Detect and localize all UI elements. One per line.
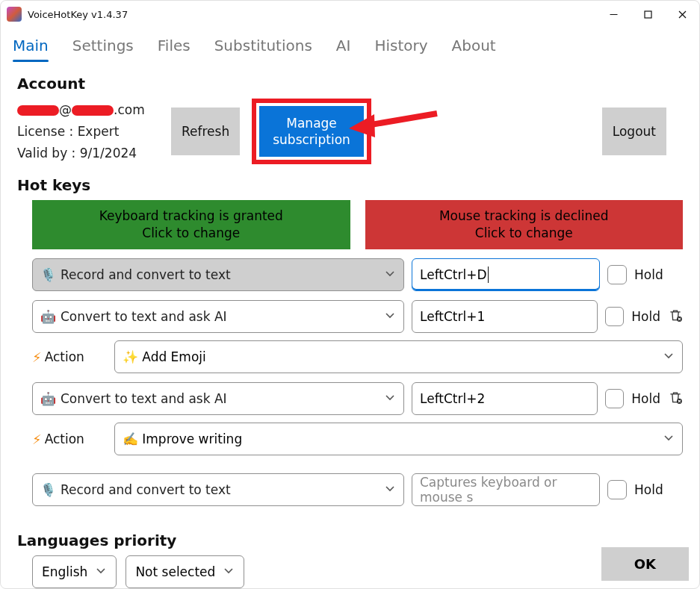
minimize-button[interactable]: [596, 1, 631, 28]
hotkey-key-input[interactable]: LeftCtrl+1: [412, 300, 598, 333]
chevron-down-icon: [384, 309, 396, 324]
hold-label: Hold: [634, 482, 663, 497]
hold-label: Hold: [631, 309, 660, 324]
text-caret: [488, 267, 489, 283]
tab-substitutions[interactable]: Substitutions: [214, 34, 312, 62]
hold-checkbox[interactable]: [607, 265, 627, 284]
tab-ai[interactable]: AI: [336, 34, 351, 62]
hold-checkbox[interactable]: [605, 307, 625, 326]
action-select[interactable]: ✍️ Improve writing: [114, 423, 683, 455]
hotkey-row: 🤖Convert to text and ask AI LeftCtrl+2 H…: [32, 382, 683, 415]
tab-history[interactable]: History: [374, 34, 427, 62]
delete-hotkey-button[interactable]: [668, 390, 683, 408]
chevron-down-icon: [663, 431, 675, 446]
hotkey-action-row: ⚡Action ✍️ Improve writing: [32, 423, 683, 455]
languages-section: Languages priority English Not selected: [1, 520, 699, 588]
account-email: @.com: [17, 99, 159, 121]
account-info: @.com License : Expert Valid by : 9/1/20…: [17, 99, 159, 164]
hotkey-key-input[interactable]: LeftCtrl+2: [412, 382, 598, 415]
keyboard-tracking-bar[interactable]: Keyboard tracking is granted Click to ch…: [32, 200, 350, 249]
mic-icon: 🎙️: [40, 482, 56, 497]
trash-icon: [668, 308, 683, 322]
chevron-down-icon: [95, 564, 107, 579]
hold-checkbox[interactable]: [605, 389, 625, 408]
chevron-down-icon: [384, 391, 396, 406]
robot-icon: 🤖: [40, 309, 56, 324]
hotkey-mode-select[interactable]: 🤖Convert to text and ask AI: [32, 300, 404, 333]
bolt-icon: ⚡: [32, 349, 42, 365]
action-label: ⚡Action: [32, 431, 84, 447]
hotkeys-section: Hot keys Keyboard tracking is granted Cl…: [1, 164, 699, 506]
hold-label: Hold: [631, 391, 660, 406]
languages-row: English Not selected: [17, 555, 683, 588]
delete-hotkey-button[interactable]: [668, 308, 683, 325]
tab-about[interactable]: About: [452, 34, 496, 62]
account-title: Account: [17, 75, 683, 93]
robot-icon: 🤖: [40, 391, 56, 406]
writing-icon: ✍️: [123, 431, 138, 446]
mic-icon: 🎙️: [40, 267, 56, 282]
tab-main[interactable]: Main: [13, 34, 49, 62]
hotkey-row: 🤖Convert to text and ask AI LeftCtrl+1 H…: [32, 300, 683, 333]
tracking-bars: Keyboard tracking is granted Click to ch…: [32, 200, 683, 249]
action-label: ⚡Action: [32, 349, 84, 365]
bolt-icon: ⚡: [32, 431, 42, 447]
maximize-icon: [644, 10, 652, 19]
hotkey-key-input[interactable]: Captures keyboard or mouse s: [412, 473, 600, 506]
tab-settings[interactable]: Settings: [72, 34, 134, 62]
svg-line-4: [367, 113, 437, 125]
sparkle-icon: ✨: [123, 349, 138, 364]
app-icon: [7, 7, 22, 22]
language-primary-select[interactable]: English: [32, 555, 117, 588]
mouse-tracking-bar[interactable]: Mouse tracking is declined Click to chan…: [365, 200, 684, 249]
hotkey-mode-select[interactable]: 🤖Convert to text and ask AI: [32, 382, 404, 415]
manage-line1: Manage: [286, 116, 337, 131]
ok-button[interactable]: OK: [601, 547, 689, 581]
hotkey-key-input[interactable]: LeftCtrl+D: [412, 258, 600, 291]
window-buttons: [596, 1, 699, 28]
action-select[interactable]: ✨ Add Emoji: [114, 340, 683, 373]
hotkey-row: 🎙️Record and convert to text LeftCtrl+D …: [32, 258, 683, 291]
hotkey-row: 🎙️Record and convert to text Captures ke…: [32, 473, 683, 506]
account-valid: Valid by : 9/1/2024: [17, 143, 159, 164]
hotkeys-title: Hot keys: [17, 176, 683, 194]
hotkey-mode-select[interactable]: 🎙️Record and convert to text: [32, 258, 404, 291]
chevron-down-icon: [384, 482, 396, 497]
hold-label: Hold: [634, 267, 663, 282]
manage-line2: subscription: [273, 132, 350, 147]
hotkey-action-row: ⚡Action ✨ Add Emoji: [32, 340, 683, 373]
redacted-email-user: [17, 105, 59, 116]
tab-files[interactable]: Files: [158, 34, 191, 62]
trash-icon: [668, 390, 683, 405]
redacted-email-domain: [72, 105, 114, 116]
account-row: @.com License : Expert Valid by : 9/1/20…: [17, 99, 683, 164]
highlight-manage-subscription: Manage subscription: [252, 99, 371, 164]
account-section: Account @.com License : Expert Valid by …: [1, 63, 699, 164]
chevron-down-icon: [663, 349, 675, 364]
footer: OK: [601, 547, 689, 581]
hotkey-mode-select[interactable]: 🎙️Record and convert to text: [32, 473, 404, 506]
chevron-down-icon: [223, 564, 235, 579]
maximize-button[interactable]: [631, 1, 665, 28]
language-secondary-select[interactable]: Not selected: [126, 555, 244, 588]
minimize-icon: [610, 10, 618, 19]
languages-title: Languages priority: [17, 532, 683, 549]
close-button[interactable]: [665, 1, 699, 28]
chevron-down-icon: [384, 267, 396, 282]
titlebar: VoiceHotKey v1.4.37: [1, 1, 699, 28]
tab-bar: Main Settings Files Substitutions AI His…: [1, 28, 699, 63]
logout-button[interactable]: Logout: [602, 107, 666, 155]
hold-checkbox[interactable]: [607, 480, 627, 499]
close-icon: [678, 10, 687, 19]
account-license: License : Expert: [17, 121, 159, 143]
svg-rect-1: [645, 11, 651, 18]
refresh-button[interactable]: Refresh: [171, 107, 240, 155]
window-title: VoiceHotKey v1.4.37: [28, 9, 128, 20]
manage-subscription-button[interactable]: Manage subscription: [259, 106, 364, 157]
